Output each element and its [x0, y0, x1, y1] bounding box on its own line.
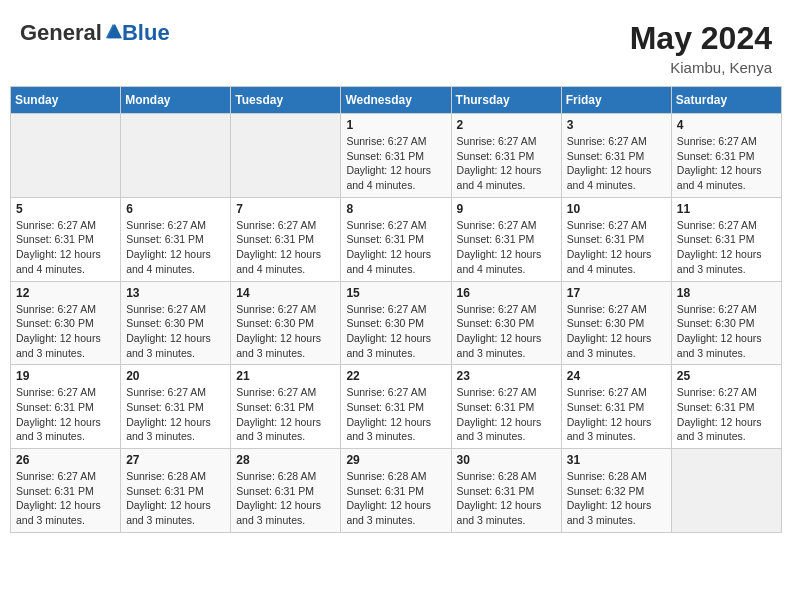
calendar-cell: 27Sunrise: 6:28 AMSunset: 6:31 PMDayligh…: [121, 449, 231, 533]
calendar-cell: 30Sunrise: 6:28 AMSunset: 6:31 PMDayligh…: [451, 449, 561, 533]
day-number: 3: [567, 118, 666, 132]
calendar-cell: 18Sunrise: 6:27 AMSunset: 6:30 PMDayligh…: [671, 281, 781, 365]
calendar-week-1: 1Sunrise: 6:27 AMSunset: 6:31 PMDaylight…: [11, 114, 782, 198]
day-number: 24: [567, 369, 666, 383]
calendar-cell: 29Sunrise: 6:28 AMSunset: 6:31 PMDayligh…: [341, 449, 451, 533]
day-info: Sunrise: 6:27 AMSunset: 6:31 PMDaylight:…: [677, 218, 776, 277]
calendar-cell: 11Sunrise: 6:27 AMSunset: 6:31 PMDayligh…: [671, 197, 781, 281]
calendar-cell: 1Sunrise: 6:27 AMSunset: 6:31 PMDaylight…: [341, 114, 451, 198]
day-number: 28: [236, 453, 335, 467]
calendar-cell: 2Sunrise: 6:27 AMSunset: 6:31 PMDaylight…: [451, 114, 561, 198]
calendar-week-5: 26Sunrise: 6:27 AMSunset: 6:31 PMDayligh…: [11, 449, 782, 533]
calendar-week-2: 5Sunrise: 6:27 AMSunset: 6:31 PMDaylight…: [11, 197, 782, 281]
header-day-friday: Friday: [561, 87, 671, 114]
day-number: 8: [346, 202, 445, 216]
calendar-cell: [11, 114, 121, 198]
day-info: Sunrise: 6:27 AMSunset: 6:30 PMDaylight:…: [567, 302, 666, 361]
calendar-cell: 9Sunrise: 6:27 AMSunset: 6:31 PMDaylight…: [451, 197, 561, 281]
calendar-cell: 8Sunrise: 6:27 AMSunset: 6:31 PMDaylight…: [341, 197, 451, 281]
header-day-monday: Monday: [121, 87, 231, 114]
day-info: Sunrise: 6:28 AMSunset: 6:31 PMDaylight:…: [236, 469, 335, 528]
calendar-cell: 25Sunrise: 6:27 AMSunset: 6:31 PMDayligh…: [671, 365, 781, 449]
day-info: Sunrise: 6:27 AMSunset: 6:31 PMDaylight:…: [677, 385, 776, 444]
day-info: Sunrise: 6:27 AMSunset: 6:31 PMDaylight:…: [16, 385, 115, 444]
day-number: 2: [457, 118, 556, 132]
day-number: 26: [16, 453, 115, 467]
logo-icon: [104, 22, 122, 40]
calendar-cell: 12Sunrise: 6:27 AMSunset: 6:30 PMDayligh…: [11, 281, 121, 365]
day-info: Sunrise: 6:27 AMSunset: 6:30 PMDaylight:…: [457, 302, 556, 361]
day-number: 31: [567, 453, 666, 467]
day-number: 21: [236, 369, 335, 383]
calendar-cell: 14Sunrise: 6:27 AMSunset: 6:30 PMDayligh…: [231, 281, 341, 365]
logo: General Blue: [20, 20, 170, 46]
day-number: 15: [346, 286, 445, 300]
day-number: 9: [457, 202, 556, 216]
calendar-cell: 22Sunrise: 6:27 AMSunset: 6:31 PMDayligh…: [341, 365, 451, 449]
day-number: 12: [16, 286, 115, 300]
calendar-cell: 10Sunrise: 6:27 AMSunset: 6:31 PMDayligh…: [561, 197, 671, 281]
calendar-cell: 6Sunrise: 6:27 AMSunset: 6:31 PMDaylight…: [121, 197, 231, 281]
day-number: 27: [126, 453, 225, 467]
calendar-cell: 31Sunrise: 6:28 AMSunset: 6:32 PMDayligh…: [561, 449, 671, 533]
day-info: Sunrise: 6:27 AMSunset: 6:30 PMDaylight:…: [236, 302, 335, 361]
calendar-header-row: SundayMondayTuesdayWednesdayThursdayFrid…: [11, 87, 782, 114]
calendar-cell: 28Sunrise: 6:28 AMSunset: 6:31 PMDayligh…: [231, 449, 341, 533]
calendar-cell: 20Sunrise: 6:27 AMSunset: 6:31 PMDayligh…: [121, 365, 231, 449]
day-number: 6: [126, 202, 225, 216]
day-info: Sunrise: 6:27 AMSunset: 6:31 PMDaylight:…: [567, 218, 666, 277]
day-info: Sunrise: 6:27 AMSunset: 6:31 PMDaylight:…: [346, 218, 445, 277]
header-day-wednesday: Wednesday: [341, 87, 451, 114]
day-number: 5: [16, 202, 115, 216]
day-info: Sunrise: 6:27 AMSunset: 6:31 PMDaylight:…: [236, 385, 335, 444]
day-info: Sunrise: 6:28 AMSunset: 6:31 PMDaylight:…: [126, 469, 225, 528]
calendar-cell: 23Sunrise: 6:27 AMSunset: 6:31 PMDayligh…: [451, 365, 561, 449]
day-number: 30: [457, 453, 556, 467]
day-number: 7: [236, 202, 335, 216]
day-number: 23: [457, 369, 556, 383]
day-info: Sunrise: 6:28 AMSunset: 6:32 PMDaylight:…: [567, 469, 666, 528]
calendar-cell: [121, 114, 231, 198]
calendar-week-4: 19Sunrise: 6:27 AMSunset: 6:31 PMDayligh…: [11, 365, 782, 449]
day-info: Sunrise: 6:27 AMSunset: 6:31 PMDaylight:…: [126, 218, 225, 277]
day-info: Sunrise: 6:27 AMSunset: 6:30 PMDaylight:…: [346, 302, 445, 361]
page-header: General Blue May 2024 Kiambu, Kenya: [10, 10, 782, 81]
title-block: May 2024 Kiambu, Kenya: [630, 20, 772, 76]
calendar-cell: 3Sunrise: 6:27 AMSunset: 6:31 PMDaylight…: [561, 114, 671, 198]
day-info: Sunrise: 6:27 AMSunset: 6:31 PMDaylight:…: [567, 134, 666, 193]
day-info: Sunrise: 6:27 AMSunset: 6:30 PMDaylight:…: [126, 302, 225, 361]
day-number: 11: [677, 202, 776, 216]
day-number: 16: [457, 286, 556, 300]
day-number: 14: [236, 286, 335, 300]
day-info: Sunrise: 6:27 AMSunset: 6:31 PMDaylight:…: [677, 134, 776, 193]
day-info: Sunrise: 6:27 AMSunset: 6:31 PMDaylight:…: [457, 385, 556, 444]
day-number: 20: [126, 369, 225, 383]
day-number: 18: [677, 286, 776, 300]
day-info: Sunrise: 6:28 AMSunset: 6:31 PMDaylight:…: [346, 469, 445, 528]
calendar-cell: 5Sunrise: 6:27 AMSunset: 6:31 PMDaylight…: [11, 197, 121, 281]
day-info: Sunrise: 6:27 AMSunset: 6:31 PMDaylight:…: [346, 385, 445, 444]
day-number: 17: [567, 286, 666, 300]
day-number: 29: [346, 453, 445, 467]
calendar-week-3: 12Sunrise: 6:27 AMSunset: 6:30 PMDayligh…: [11, 281, 782, 365]
calendar-cell: 16Sunrise: 6:27 AMSunset: 6:30 PMDayligh…: [451, 281, 561, 365]
day-info: Sunrise: 6:28 AMSunset: 6:31 PMDaylight:…: [457, 469, 556, 528]
logo-general: General: [20, 20, 102, 46]
day-number: 4: [677, 118, 776, 132]
day-number: 1: [346, 118, 445, 132]
header-day-sunday: Sunday: [11, 87, 121, 114]
month-year-title: May 2024: [630, 20, 772, 57]
day-info: Sunrise: 6:27 AMSunset: 6:31 PMDaylight:…: [16, 469, 115, 528]
day-info: Sunrise: 6:27 AMSunset: 6:31 PMDaylight:…: [16, 218, 115, 277]
calendar-cell: 4Sunrise: 6:27 AMSunset: 6:31 PMDaylight…: [671, 114, 781, 198]
calendar-table: SundayMondayTuesdayWednesdayThursdayFrid…: [10, 86, 782, 533]
calendar-cell: 24Sunrise: 6:27 AMSunset: 6:31 PMDayligh…: [561, 365, 671, 449]
calendar-cell: 15Sunrise: 6:27 AMSunset: 6:30 PMDayligh…: [341, 281, 451, 365]
day-info: Sunrise: 6:27 AMSunset: 6:30 PMDaylight:…: [16, 302, 115, 361]
day-number: 13: [126, 286, 225, 300]
location-subtitle: Kiambu, Kenya: [630, 59, 772, 76]
calendar-cell: 7Sunrise: 6:27 AMSunset: 6:31 PMDaylight…: [231, 197, 341, 281]
calendar-cell: [231, 114, 341, 198]
calendar-cell: 17Sunrise: 6:27 AMSunset: 6:30 PMDayligh…: [561, 281, 671, 365]
header-day-thursday: Thursday: [451, 87, 561, 114]
